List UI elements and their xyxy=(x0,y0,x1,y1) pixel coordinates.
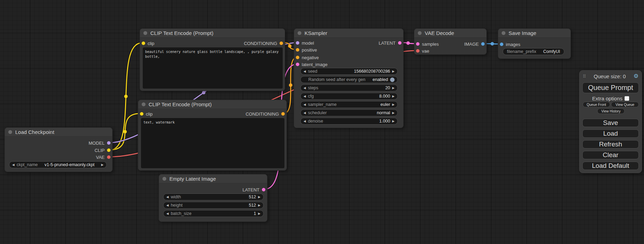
increment-arrow-icon[interactable]: ▶ xyxy=(101,163,104,166)
node-titlebar[interactable]: CLIP Text Encode (Prompt) xyxy=(140,29,285,38)
view-history-button[interactable]: View History xyxy=(597,108,625,114)
output-conditioning[interactable]: CONDITIONING xyxy=(244,40,283,47)
increment-arrow-icon[interactable]: ▶ xyxy=(392,111,395,115)
output-conditioning[interactable]: CONDITIONING xyxy=(246,110,285,117)
output-model[interactable]: MODEL xyxy=(89,139,111,146)
node-titlebar[interactable]: VAE Decode xyxy=(414,29,486,38)
widget-filename-prefix[interactable]: filename_prefix ComfyUI xyxy=(503,48,564,55)
comfyui-canvas[interactable]: { "app_title": "ComfyUI Workflow Graph",… xyxy=(0,0,644,244)
queue-panel[interactable]: ⠿ Queue size: 0 ⚙ Queue Prompt Extra opt… xyxy=(579,70,642,173)
decrement-arrow-icon[interactable]: ◀ xyxy=(303,95,306,98)
output-image[interactable]: IMAGE xyxy=(464,40,485,47)
decrement-arrow-icon[interactable]: ◀ xyxy=(303,111,306,115)
load-button[interactable]: Load xyxy=(582,129,639,138)
node-clip-text-encode-negative[interactable]: CLIP Text Encode (Prompt) clip CONDITION… xyxy=(138,100,287,171)
decrement-arrow-icon[interactable]: ◀ xyxy=(12,163,15,166)
prompt-text-area[interactable]: beautiful scenery nature glass bottle la… xyxy=(143,47,283,89)
increment-arrow-icon[interactable]: ▶ xyxy=(392,120,395,123)
widget-ckpt-name[interactable]: ◀ ckpt_name v1-5-pruned-emaonly.ckpt ▶ xyxy=(9,161,107,168)
settings-gear-icon[interactable]: ⚙ xyxy=(634,73,638,79)
node-load-checkpoint[interactable]: Load Checkpoint MODEL CLIP VAE ◀ ckpt_na… xyxy=(5,127,113,172)
output-vae[interactable]: VAE xyxy=(96,154,111,161)
port-dot-latent-icon[interactable] xyxy=(416,42,420,46)
increment-arrow-icon[interactable]: ▶ xyxy=(258,212,261,215)
output-clip[interactable]: CLIP xyxy=(95,147,111,154)
decrement-arrow-icon[interactable]: ◀ xyxy=(303,87,306,90)
link-midpoint-dot[interactable] xyxy=(124,95,128,98)
node-clip-text-encode-positive[interactable]: CLIP Text Encode (Prompt) clip CONDITION… xyxy=(140,28,285,91)
port-dot-latent-icon[interactable] xyxy=(262,188,265,191)
node-titlebar[interactable]: KSampler xyxy=(294,29,403,38)
port-dot-clip-icon[interactable] xyxy=(107,148,111,152)
widget-steps[interactable]: ◀ steps 20 ▶ xyxy=(300,84,398,91)
decrement-arrow-icon[interactable]: ◀ xyxy=(303,70,306,73)
node-empty-latent-image[interactable]: Empty Latent Image LATENT ◀ width 512 ▶ … xyxy=(159,174,267,222)
input-samples[interactable]: samples xyxy=(416,40,439,47)
widget-random-seed-toggle[interactable]: Random seed after every gen enabled xyxy=(300,76,398,83)
port-dot-conditioning-icon[interactable] xyxy=(296,56,299,59)
node-ksampler[interactable]: KSampler model positive negative latent_… xyxy=(294,28,404,128)
node-titlebar[interactable]: Save Image xyxy=(498,29,571,38)
port-dot-model-icon[interactable] xyxy=(296,41,299,45)
decrement-arrow-icon[interactable]: ◀ xyxy=(166,196,169,199)
prompt-text-area[interactable]: text, watermark xyxy=(141,118,284,168)
increment-arrow-icon[interactable]: ▶ xyxy=(392,103,395,106)
port-dot-vae-icon[interactable] xyxy=(416,49,420,53)
input-model[interactable]: model xyxy=(296,39,314,46)
link-midpoint-dot[interactable] xyxy=(289,83,292,87)
port-dot-clip-icon[interactable] xyxy=(140,112,143,116)
increment-arrow-icon[interactable]: ▶ xyxy=(392,70,395,73)
port-dot-latent-icon[interactable] xyxy=(296,63,299,66)
toggle-dot-icon[interactable] xyxy=(390,78,395,82)
port-dot-conditioning-icon[interactable] xyxy=(280,42,283,45)
input-latent-image[interactable]: latent_image xyxy=(296,61,327,68)
input-clip[interactable]: clip xyxy=(142,40,155,47)
view-queue-button[interactable]: View Queue xyxy=(611,102,639,107)
extra-options-checkbox[interactable] xyxy=(625,96,629,101)
queue-prompt-button[interactable]: Queue Prompt xyxy=(582,82,639,93)
output-latent[interactable]: LATENT xyxy=(379,39,402,46)
output-latent[interactable]: LATENT xyxy=(242,186,265,193)
port-dot-image-icon[interactable] xyxy=(481,42,485,46)
node-titlebar[interactable]: Load Checkpoint xyxy=(5,128,112,137)
widget-denoise[interactable]: ◀ denoise 1.000 ▶ xyxy=(300,118,398,125)
port-dot-conditioning-icon[interactable] xyxy=(281,112,285,116)
increment-arrow-icon[interactable]: ▶ xyxy=(392,95,395,98)
input-positive[interactable]: positive xyxy=(296,46,317,53)
port-dot-image-icon[interactable] xyxy=(500,43,503,46)
load-default-button[interactable]: Load Default xyxy=(582,162,639,170)
decrement-arrow-icon[interactable]: ◀ xyxy=(166,212,169,215)
port-dot-latent-icon[interactable] xyxy=(398,41,402,45)
widget-height[interactable]: ◀ height 512 ▶ xyxy=(163,202,264,209)
widget-batch-size[interactable]: ◀ batch_size 1 ▶ xyxy=(163,210,264,217)
decrement-arrow-icon[interactable]: ◀ xyxy=(166,204,169,207)
link-midpoint-dot[interactable] xyxy=(406,42,410,45)
widget-sampler-name[interactable]: ◀ sampler_name euler ▶ xyxy=(300,101,398,108)
input-clip[interactable]: clip xyxy=(140,110,153,117)
port-dot-conditioning-icon[interactable] xyxy=(296,48,299,52)
save-button[interactable]: Save xyxy=(582,119,639,127)
node-titlebar[interactable]: Empty Latent Image xyxy=(159,174,267,183)
node-vae-decode[interactable]: VAE Decode samples vae IMAGE xyxy=(414,28,487,55)
input-images[interactable]: images xyxy=(500,41,520,48)
input-negative[interactable]: negative xyxy=(296,54,319,61)
port-dot-model-icon[interactable] xyxy=(107,141,111,145)
clear-button[interactable]: Clear xyxy=(582,151,639,159)
decrement-arrow-icon[interactable]: ◀ xyxy=(303,103,306,106)
node-save-image[interactable]: Save Image images filename_prefix ComfyU… xyxy=(498,28,571,59)
link-midpoint-dot[interactable] xyxy=(491,42,494,46)
drag-handle-icon[interactable]: ⠿ xyxy=(583,74,586,79)
link-midpoint-dot[interactable] xyxy=(123,130,127,134)
port-dot-vae-icon[interactable] xyxy=(107,155,111,159)
refresh-button[interactable]: Refresh xyxy=(582,140,639,148)
port-dot-clip-icon[interactable] xyxy=(142,42,145,45)
increment-arrow-icon[interactable]: ▶ xyxy=(392,87,395,90)
link-midpoint-dot[interactable] xyxy=(288,44,292,48)
widget-width[interactable]: ◀ width 512 ▶ xyxy=(163,193,264,200)
decrement-arrow-icon[interactable]: ◀ xyxy=(303,120,306,123)
node-titlebar[interactable]: CLIP Text Encode (Prompt) xyxy=(138,100,286,109)
widget-scheduler[interactable]: ◀ scheduler normal ▶ xyxy=(300,109,398,116)
queue-front-button[interactable]: Queue Front xyxy=(583,102,610,107)
increment-arrow-icon[interactable]: ▶ xyxy=(258,196,261,199)
link-midpoint-dot[interactable] xyxy=(202,91,205,94)
